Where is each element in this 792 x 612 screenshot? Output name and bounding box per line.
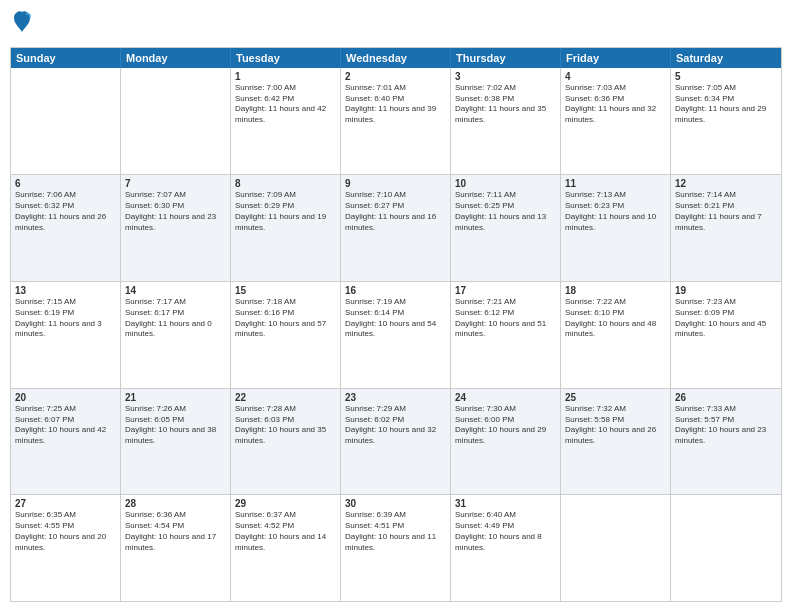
calendar-header: SundayMondayTuesdayWednesdayThursdayFrid… [11, 48, 781, 68]
day-info: Sunrise: 7:30 AM Sunset: 6:00 PM Dayligh… [455, 404, 556, 447]
day-info: Sunrise: 7:29 AM Sunset: 6:02 PM Dayligh… [345, 404, 446, 447]
day-number: 8 [235, 178, 336, 189]
day-number: 9 [345, 178, 446, 189]
calendar-cell: 25Sunrise: 7:32 AM Sunset: 5:58 PM Dayli… [561, 389, 671, 495]
calendar-cell: 29Sunrise: 6:37 AM Sunset: 4:52 PM Dayli… [231, 495, 341, 601]
day-info: Sunrise: 7:21 AM Sunset: 6:12 PM Dayligh… [455, 297, 556, 340]
day-number: 1 [235, 71, 336, 82]
calendar-cell: 9Sunrise: 7:10 AM Sunset: 6:27 PM Daylig… [341, 175, 451, 281]
weekday-header-monday: Monday [121, 48, 231, 68]
day-number: 18 [565, 285, 666, 296]
calendar-cell: 10Sunrise: 7:11 AM Sunset: 6:25 PM Dayli… [451, 175, 561, 281]
day-info: Sunrise: 7:11 AM Sunset: 6:25 PM Dayligh… [455, 190, 556, 233]
day-number: 13 [15, 285, 116, 296]
calendar-row: 1Sunrise: 7:00 AM Sunset: 6:42 PM Daylig… [11, 68, 781, 175]
calendar-cell: 17Sunrise: 7:21 AM Sunset: 6:12 PM Dayli… [451, 282, 561, 388]
day-info: Sunrise: 7:09 AM Sunset: 6:29 PM Dayligh… [235, 190, 336, 233]
day-number: 17 [455, 285, 556, 296]
day-number: 2 [345, 71, 446, 82]
weekday-header-wednesday: Wednesday [341, 48, 451, 68]
day-number: 25 [565, 392, 666, 403]
day-number: 6 [15, 178, 116, 189]
calendar-cell: 2Sunrise: 7:01 AM Sunset: 6:40 PM Daylig… [341, 68, 451, 175]
calendar-cell: 21Sunrise: 7:26 AM Sunset: 6:05 PM Dayli… [121, 389, 231, 495]
calendar-cell: 31Sunrise: 6:40 AM Sunset: 4:49 PM Dayli… [451, 495, 561, 601]
calendar-row: 20Sunrise: 7:25 AM Sunset: 6:07 PM Dayli… [11, 388, 781, 495]
day-info: Sunrise: 7:05 AM Sunset: 6:34 PM Dayligh… [675, 83, 777, 126]
calendar-cell: 19Sunrise: 7:23 AM Sunset: 6:09 PM Dayli… [671, 282, 781, 388]
calendar-cell: 6Sunrise: 7:06 AM Sunset: 6:32 PM Daylig… [11, 175, 121, 281]
calendar: SundayMondayTuesdayWednesdayThursdayFrid… [10, 47, 782, 602]
calendar-cell: 13Sunrise: 7:15 AM Sunset: 6:19 PM Dayli… [11, 282, 121, 388]
calendar-cell: 16Sunrise: 7:19 AM Sunset: 6:14 PM Dayli… [341, 282, 451, 388]
calendar-cell: 22Sunrise: 7:28 AM Sunset: 6:03 PM Dayli… [231, 389, 341, 495]
day-info: Sunrise: 7:26 AM Sunset: 6:05 PM Dayligh… [125, 404, 226, 447]
day-info: Sunrise: 7:18 AM Sunset: 6:16 PM Dayligh… [235, 297, 336, 340]
calendar-cell: 15Sunrise: 7:18 AM Sunset: 6:16 PM Dayli… [231, 282, 341, 388]
day-info: Sunrise: 7:28 AM Sunset: 6:03 PM Dayligh… [235, 404, 336, 447]
calendar-cell: 20Sunrise: 7:25 AM Sunset: 6:07 PM Dayli… [11, 389, 121, 495]
day-info: Sunrise: 6:40 AM Sunset: 4:49 PM Dayligh… [455, 510, 556, 553]
calendar-cell: 3Sunrise: 7:02 AM Sunset: 6:38 PM Daylig… [451, 68, 561, 175]
calendar-cell: 4Sunrise: 7:03 AM Sunset: 6:36 PM Daylig… [561, 68, 671, 175]
day-number: 30 [345, 498, 446, 509]
day-number: 15 [235, 285, 336, 296]
day-info: Sunrise: 6:36 AM Sunset: 4:54 PM Dayligh… [125, 510, 226, 553]
day-number: 5 [675, 71, 777, 82]
day-number: 10 [455, 178, 556, 189]
calendar-cell: 1Sunrise: 7:00 AM Sunset: 6:42 PM Daylig… [231, 68, 341, 175]
day-number: 27 [15, 498, 116, 509]
day-info: Sunrise: 7:07 AM Sunset: 6:30 PM Dayligh… [125, 190, 226, 233]
calendar-cell: 27Sunrise: 6:35 AM Sunset: 4:55 PM Dayli… [11, 495, 121, 601]
day-info: Sunrise: 7:17 AM Sunset: 6:17 PM Dayligh… [125, 297, 226, 340]
calendar-cell [121, 68, 231, 175]
day-number: 7 [125, 178, 226, 189]
calendar-cell: 23Sunrise: 7:29 AM Sunset: 6:02 PM Dayli… [341, 389, 451, 495]
calendar-cell [671, 495, 781, 601]
calendar-body: 1Sunrise: 7:00 AM Sunset: 6:42 PM Daylig… [11, 68, 781, 601]
day-number: 12 [675, 178, 777, 189]
weekday-header-thursday: Thursday [451, 48, 561, 68]
logo-bird-icon [12, 10, 32, 34]
weekday-header-sunday: Sunday [11, 48, 121, 68]
calendar-cell: 12Sunrise: 7:14 AM Sunset: 6:21 PM Dayli… [671, 175, 781, 281]
day-info: Sunrise: 7:14 AM Sunset: 6:21 PM Dayligh… [675, 190, 777, 233]
calendar-cell: 28Sunrise: 6:36 AM Sunset: 4:54 PM Dayli… [121, 495, 231, 601]
day-info: Sunrise: 7:02 AM Sunset: 6:38 PM Dayligh… [455, 83, 556, 126]
header [10, 10, 782, 39]
day-info: Sunrise: 7:10 AM Sunset: 6:27 PM Dayligh… [345, 190, 446, 233]
day-info: Sunrise: 6:39 AM Sunset: 4:51 PM Dayligh… [345, 510, 446, 553]
calendar-cell [561, 495, 671, 601]
day-number: 3 [455, 71, 556, 82]
day-info: Sunrise: 7:06 AM Sunset: 6:32 PM Dayligh… [15, 190, 116, 233]
day-number: 28 [125, 498, 226, 509]
day-info: Sunrise: 7:00 AM Sunset: 6:42 PM Dayligh… [235, 83, 336, 126]
day-number: 14 [125, 285, 226, 296]
logo-text [10, 10, 32, 39]
logo [10, 10, 34, 39]
day-number: 11 [565, 178, 666, 189]
day-number: 24 [455, 392, 556, 403]
day-number: 31 [455, 498, 556, 509]
calendar-cell: 24Sunrise: 7:30 AM Sunset: 6:00 PM Dayli… [451, 389, 561, 495]
day-number: 26 [675, 392, 777, 403]
day-number: 16 [345, 285, 446, 296]
day-info: Sunrise: 7:03 AM Sunset: 6:36 PM Dayligh… [565, 83, 666, 126]
day-info: Sunrise: 7:32 AM Sunset: 5:58 PM Dayligh… [565, 404, 666, 447]
day-info: Sunrise: 7:25 AM Sunset: 6:07 PM Dayligh… [15, 404, 116, 447]
weekday-header-tuesday: Tuesday [231, 48, 341, 68]
calendar-cell: 5Sunrise: 7:05 AM Sunset: 6:34 PM Daylig… [671, 68, 781, 175]
calendar-row: 13Sunrise: 7:15 AM Sunset: 6:19 PM Dayli… [11, 281, 781, 388]
day-number: 20 [15, 392, 116, 403]
day-info: Sunrise: 7:01 AM Sunset: 6:40 PM Dayligh… [345, 83, 446, 126]
calendar-cell: 7Sunrise: 7:07 AM Sunset: 6:30 PM Daylig… [121, 175, 231, 281]
day-info: Sunrise: 7:33 AM Sunset: 5:57 PM Dayligh… [675, 404, 777, 447]
calendar-cell: 8Sunrise: 7:09 AM Sunset: 6:29 PM Daylig… [231, 175, 341, 281]
calendar-cell: 14Sunrise: 7:17 AM Sunset: 6:17 PM Dayli… [121, 282, 231, 388]
day-info: Sunrise: 6:37 AM Sunset: 4:52 PM Dayligh… [235, 510, 336, 553]
calendar-row: 6Sunrise: 7:06 AM Sunset: 6:32 PM Daylig… [11, 174, 781, 281]
day-info: Sunrise: 7:23 AM Sunset: 6:09 PM Dayligh… [675, 297, 777, 340]
day-number: 19 [675, 285, 777, 296]
calendar-cell [11, 68, 121, 175]
calendar-cell: 30Sunrise: 6:39 AM Sunset: 4:51 PM Dayli… [341, 495, 451, 601]
